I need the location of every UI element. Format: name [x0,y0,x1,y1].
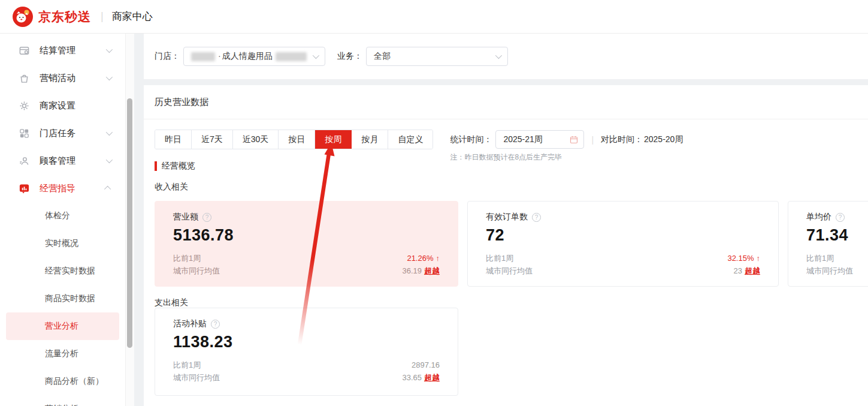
metric-title: 活动补贴 [173,318,207,329]
metric-compare-row: 比前1周 32.15% ↑ [486,252,760,264]
sidebar-subitem[interactable]: 商品分析（新） [6,368,119,395]
metric-value: 5136.78 [173,226,440,245]
sidebar-subitem[interactable]: 流量分析 [6,340,119,368]
help-icon[interactable]: ? [836,213,845,222]
metric-title: 有效订单数 [486,212,528,222]
sidebar-item-label: 经营指导 [40,183,75,194]
date-range-tab[interactable]: 昨日 [155,130,192,149]
business-label: 业务： [337,51,362,62]
gear-icon [18,100,30,112]
sidebar-subitem[interactable]: 实时概况 [6,230,119,257]
sidebar-subitem[interactable]: 商品实时数据 [6,285,119,312]
store-filter-bar: 门店： ·成人情趣用品 业务： 全部 [144,34,868,79]
brand-divider: | [101,10,104,23]
sidebar-nav: 结算管理 营销活动 商家设置 门店任务 顾客管理 经营指导 体检分 实时概况 经… [0,34,126,406]
sidebar-subitem[interactable]: 营业分析 [6,312,119,340]
compare-time-value: 2025-20周 [644,134,683,145]
sidebar-subitem-label: 营业分析 [45,321,78,332]
expense-group-label: 支出相关 [155,297,188,308]
sidebar-subitem-label: 商品实时数据 [45,293,95,304]
scrollbar-thumb[interactable] [127,98,132,348]
help-icon[interactable]: ? [532,213,541,222]
sidebar-item-label: 门店任务 [40,128,75,139]
data-ready-note: 注：昨日数据预计在8点后生产完毕 [450,152,683,163]
metric-card: 有效订单数 ? 72 比前1周 32.15% ↑ 城市同行均值 23 超越 [467,201,779,287]
metric-card: 活动补贴 ? 1138.23 比前1周 2897.16 城市同行均值 33.65… [155,308,458,396]
store-separator: · [218,51,221,61]
sidebar-item-chart[interactable]: 经营指导 [0,175,125,202]
brand-name[interactable]: 京东秒送 [38,8,91,25]
sidebar-item-grid[interactable]: 门店任务 [0,119,125,147]
surpass-badge: 超越 [745,266,760,276]
sidebar-subitem[interactable]: 营销分析 [6,395,119,406]
compare-value: 33.65 [402,373,422,382]
history-data-panel: 历史营业数据 昨日 近7天 近30天 按日 按周 按月 自定义 统计时间： 20… [144,85,868,406]
users-icon [18,155,30,167]
metric-compare-row: 城市同行均值 23 超越 [486,264,760,277]
store-select-value: ·成人情趣用品 [191,51,307,62]
sidebar-subitem-label: 流量分析 [45,348,78,359]
date-range-tab[interactable]: 自定义 [388,130,433,149]
metric-compare-row: 城市同行均值 [806,264,868,277]
date-range-tab[interactable]: 近30天 [233,130,279,149]
metric-card: 营业额 ? 5136.78 比前1周 21.26% ↑ 城市同行均值 36.19… [155,201,458,287]
tab-label: 昨日 [165,134,182,145]
tab-label: 按周 [325,134,341,145]
stat-time-picker[interactable]: 2025-21周 [495,130,584,149]
sidebar-subitem[interactable]: 经营实时数据 [6,257,119,285]
sidebar-item-label: 顾客管理 [40,155,75,167]
help-icon[interactable]: ? [202,213,211,222]
date-range-tab[interactable]: 按日 [279,130,315,149]
app-root: 京东秒送 | 商家中心 结算管理 营销活动 商家设置 门店任务 顾客管理 经营指… [0,0,868,406]
sidebar-item-users[interactable]: 顾客管理 [0,147,125,175]
tab-label: 近30天 [243,134,269,145]
trend-up-icon: ↑ [757,254,761,263]
compare-value: 32.15% [727,254,754,263]
overview-section-title: 经营概览 [162,161,195,172]
jd-dog-logo-icon[interactable] [12,6,34,28]
sidebar-subitem-label: 经营实时数据 [45,266,95,276]
compare-value: 21.26% [407,254,433,263]
compare-label: 比前1周 [806,253,834,264]
divider [144,119,868,119]
sidebar-subitem[interactable]: 体检分 [6,202,119,230]
app-header: 京东秒送 | 商家中心 [0,0,868,34]
compare-value: 36.19 [402,266,422,275]
chevron-down-icon [106,46,113,53]
metric-compare-row: 比前1周 2897.16 [173,359,440,371]
business-select[interactable]: 全部 [366,47,508,66]
compare-label: 比前1周 [486,253,513,264]
sidebar-item-label: 商家设置 [40,100,75,112]
compare-label: 城市同行均值 [806,266,853,276]
date-range-tab[interactable]: 近7天 [192,130,233,149]
date-range-tab[interactable]: 按周 [315,130,352,149]
sidebar-item-gear[interactable]: 商家设置 [0,92,125,119]
sidebar-scrollbar[interactable] [126,34,134,406]
sidebar-item-ledger[interactable]: 结算管理 [0,37,125,64]
section-accent-bar [155,161,157,171]
tab-label: 按日 [288,134,305,145]
sidebar-item-label: 营销活动 [40,73,75,84]
surpass-badge: 超越 [424,372,440,383]
sidebar-subitem-label: 营销分析 [45,404,78,406]
sidebar-item-bag[interactable]: 营销活动 [0,64,125,92]
stat-time-value: 2025-21周 [503,134,542,145]
chevron-down-icon [495,52,502,59]
sidebar-subitem-label: 实时概况 [45,238,78,249]
metric-value: 72 [486,226,760,245]
date-range-tabs: 昨日 近7天 近30天 按日 按周 按月 自定义 [155,130,433,149]
store-select[interactable]: ·成人情趣用品 [183,47,325,66]
metric-value: 1138.23 [173,333,440,351]
metric-value: 71.34 [806,226,868,245]
metric-compare-row: 比前1周 21.26% ↑ [173,252,440,264]
help-icon[interactable]: ? [211,320,220,329]
date-range-tab[interactable]: 按月 [352,130,388,149]
income-group-label: 收入相关 [155,182,188,193]
grid-icon [18,127,30,139]
compare-label: 比前1周 [173,360,201,371]
sidebar-subitem-label: 商品分析（新） [45,376,104,387]
metric-title: 单均价 [806,212,831,222]
chevron-down-icon [313,52,319,59]
store-label: 门店： [155,51,180,62]
compare-label: 城市同行均值 [173,372,220,383]
